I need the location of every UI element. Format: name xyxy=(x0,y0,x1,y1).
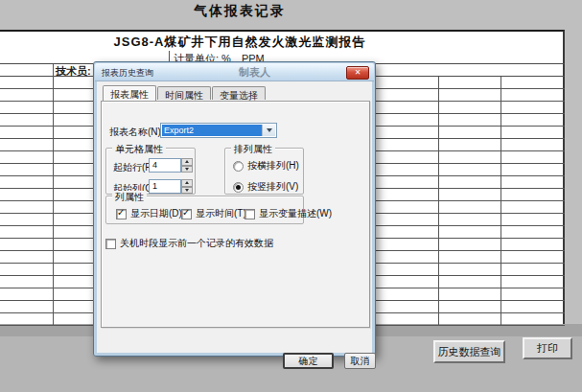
spinner-up-icon[interactable] xyxy=(181,179,193,187)
table-column-line xyxy=(501,77,501,326)
checkbox-icon[interactable] xyxy=(181,209,192,219)
dialog-title: 报表历史查询 xyxy=(102,67,153,80)
report-name-label: 报表名称(N): xyxy=(109,126,164,139)
arrange-properties-group: 排列属性 按横排列(H) 按竖排列(V) xyxy=(224,148,304,195)
background-text-preparer: 制表人 xyxy=(239,65,270,80)
radio-icon[interactable] xyxy=(233,182,244,193)
tab-strip: 报表属性 时间属性 变量选择 xyxy=(103,86,267,102)
print-button[interactable]: 打印 xyxy=(523,337,572,359)
radio-icon[interactable] xyxy=(233,161,244,172)
start-col-input[interactable]: 1 xyxy=(149,179,181,194)
column-properties-title: 列属性 xyxy=(112,191,147,204)
close-icon[interactable]: ✕ xyxy=(346,66,369,80)
checkbox-show-description[interactable]: 显示变量描述(W) xyxy=(244,207,332,220)
dialog-body: 报表属性 时间属性 变量选择 报表名称(N): Export2 单元格属性 起始… xyxy=(95,81,374,355)
radio-vertical[interactable]: 按竖排列(V) xyxy=(233,180,298,194)
dialog-titlebar[interactable]: 报表历史查询 制表人 ✕ xyxy=(95,63,374,81)
history-query-button[interactable]: 历史数据查询 xyxy=(433,340,505,363)
arrange-properties-title: 排列属性 xyxy=(231,143,275,156)
checkbox-show-time[interactable]: 显示时间(T) xyxy=(181,207,246,220)
tab-time-properties[interactable]: 时间属性 xyxy=(157,86,211,100)
tab-report-properties[interactable]: 报表属性 xyxy=(103,85,156,101)
tab-variable-selection[interactable]: 变量选择 xyxy=(212,86,266,100)
cancel-button[interactable]: 取消 xyxy=(344,353,376,369)
checkbox-icon[interactable] xyxy=(244,209,255,219)
start-col-spinner[interactable] xyxy=(181,179,193,194)
page-title: 气体报表记录 xyxy=(163,3,316,20)
table-column-line xyxy=(53,64,54,326)
cell-properties-group: 单元格属性 起始行(R): 4 起始列(C): 1 xyxy=(105,148,196,195)
cell-properties-title: 单元格属性 xyxy=(112,143,166,156)
combobox-dropdown-button[interactable] xyxy=(262,125,275,136)
table-column-line xyxy=(438,77,439,326)
report-history-dialog: 报表历史查询 制表人 ✕ 报表属性 时间属性 变量选择 报表名称(N): Exp… xyxy=(93,61,376,357)
report-name-combobox[interactable]: Export2 xyxy=(160,123,277,138)
checkbox-shutdown-fill[interactable]: 关机时段显示前一个记录的有效数据 xyxy=(105,237,273,250)
spinner-down-icon[interactable] xyxy=(181,166,193,173)
checkbox-show-date[interactable]: 显示日期(D) xyxy=(116,207,182,220)
checkbox-icon[interactable] xyxy=(105,239,116,249)
radio-horizontal[interactable]: 按横排列(H) xyxy=(233,159,299,173)
start-row-input[interactable]: 4 xyxy=(149,158,181,173)
ok-button[interactable]: 确定 xyxy=(283,353,334,369)
report-name-value: Export2 xyxy=(162,125,263,136)
checkbox-icon[interactable] xyxy=(116,209,127,219)
report-title: JSG8-A煤矿井下用自然发火激光监测报告 xyxy=(0,34,479,51)
column-properties-group: 列属性 显示日期(D) 显示时间(T) 显示变量描述(W) xyxy=(105,196,304,224)
screen: 气体报表记录 JSG8-A煤矿井下用自然发火激光监测报告 计量单位: %、PPM… xyxy=(0,0,582,392)
chevron-down-icon xyxy=(267,128,272,132)
spinner-up-icon[interactable] xyxy=(181,158,193,166)
spinner-down-icon[interactable] xyxy=(181,187,193,195)
start-row-spinner[interactable] xyxy=(181,158,193,173)
